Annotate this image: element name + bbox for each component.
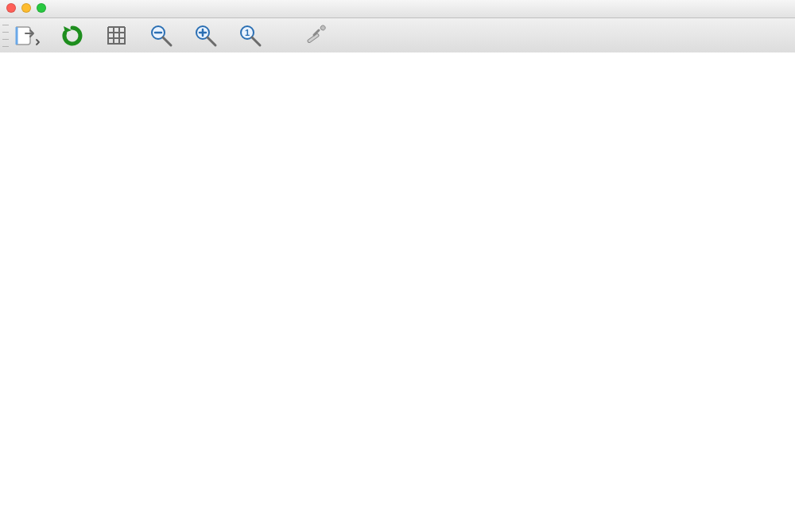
chart-area bbox=[0, 52, 795, 532]
zoom-reset-button[interactable]: 1 bbox=[237, 22, 264, 49]
export-button[interactable] bbox=[14, 22, 41, 49]
svg-text:1: 1 bbox=[245, 28, 250, 37]
toolbar-grip bbox=[2, 25, 9, 47]
settings-button[interactable] bbox=[302, 22, 329, 49]
window-controls bbox=[6, 3, 46, 13]
refresh-button[interactable] bbox=[59, 22, 86, 49]
svg-line-14 bbox=[207, 37, 215, 45]
grid-button[interactable] bbox=[103, 22, 130, 49]
refresh-icon bbox=[60, 24, 84, 48]
zoom-in-icon bbox=[193, 23, 219, 49]
window-titlebar bbox=[0, 0, 795, 18]
minimize-icon[interactable] bbox=[21, 3, 31, 13]
zoom-out-button[interactable] bbox=[148, 22, 175, 49]
zoom-reset-icon: 1 bbox=[238, 23, 263, 49]
close-icon[interactable] bbox=[6, 3, 16, 13]
svg-line-17 bbox=[252, 37, 260, 45]
zoom-window-icon[interactable] bbox=[37, 3, 46, 13]
export-icon bbox=[14, 24, 41, 48]
grid-icon bbox=[105, 24, 129, 48]
svg-line-10 bbox=[163, 37, 171, 45]
zoom-out-icon bbox=[149, 23, 174, 49]
zoom-in-button[interactable] bbox=[192, 22, 219, 49]
settings-icon bbox=[303, 23, 328, 49]
toolbar: 1 bbox=[0, 18, 795, 54]
chart-svg[interactable] bbox=[0, 52, 795, 532]
